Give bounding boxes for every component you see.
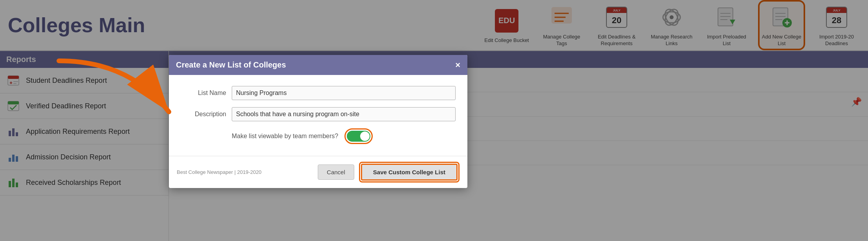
toggle-knob bbox=[360, 131, 370, 141]
description-row: Description bbox=[181, 107, 456, 121]
modal-close-button[interactable]: × bbox=[455, 61, 460, 69]
save-button-wrap: Save Custom College List bbox=[359, 162, 460, 183]
footer-text: Best College Newspaper | 2019-2020 bbox=[177, 169, 262, 175]
description-label: Description bbox=[181, 111, 232, 118]
modal-header: Create a New List of Colleges × bbox=[169, 55, 467, 75]
create-college-list-modal: Create a New List of Colleges × List Nam… bbox=[169, 55, 467, 188]
save-custom-college-list-button[interactable]: Save Custom College List bbox=[361, 164, 458, 181]
list-name-row: List Name bbox=[181, 86, 456, 100]
cancel-button[interactable]: Cancel bbox=[318, 164, 354, 180]
viewable-toggle[interactable] bbox=[347, 131, 370, 142]
list-name-input[interactable] bbox=[232, 86, 456, 100]
viewable-toggle-wrap bbox=[344, 128, 373, 144]
toggle-label: Make list viewable by team members? bbox=[232, 133, 338, 140]
description-input[interactable] bbox=[232, 107, 456, 121]
modal-title: Create a New List of Colleges bbox=[176, 60, 286, 69]
modal-footer: Best College Newspaper | 2019-2020 Cance… bbox=[169, 156, 467, 188]
viewable-toggle-row: Make list viewable by team members? bbox=[181, 128, 456, 144]
modal-body: List Name Description Make list viewable… bbox=[169, 75, 467, 156]
list-name-label: List Name bbox=[181, 89, 232, 97]
